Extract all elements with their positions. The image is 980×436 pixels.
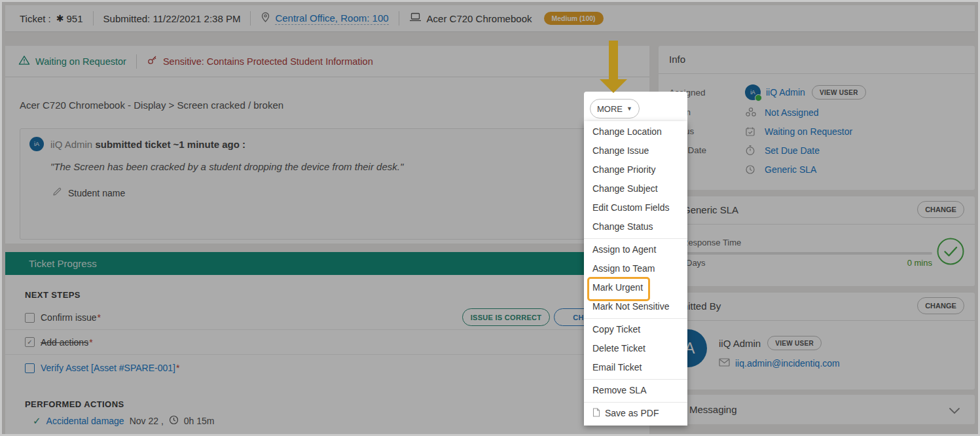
- divider: [399, 11, 399, 26]
- sla-elapsed-value: 0 mins: [669, 258, 932, 268]
- menu-item-change-status[interactable]: Change Status: [584, 217, 687, 236]
- verify-asset-link[interactable]: Verify Asset [Asset #SPARE-001]: [41, 363, 175, 373]
- info-header: Info: [659, 46, 975, 74]
- info-row-status: Status Waiting on Requestor: [659, 122, 975, 141]
- menu-item-mark-not-sensitive[interactable]: Mark Not Sensitive: [584, 297, 687, 316]
- location-pin-icon: [261, 12, 270, 26]
- response-time-label: Response Time: [682, 238, 741, 247]
- next-steps-label: NEXT STEPS: [25, 290, 81, 300]
- pencil-icon: [52, 187, 62, 199]
- divider: [93, 11, 94, 26]
- sla-panel: Generic SLA CHANGE Response Time Days 0 …: [659, 196, 975, 286]
- messaging-title: Messaging: [689, 395, 737, 424]
- laptop-icon: [409, 12, 422, 25]
- menu-group-export: Save as PDF: [584, 402, 687, 425]
- more-dropdown-menu: Change Location Change Issue Change Prio…: [584, 121, 687, 426]
- team-icon: [745, 107, 765, 118]
- ticket-description: "The Screen has been cracked by a studen…: [50, 161, 403, 172]
- caret-down-icon: ▼: [626, 105, 632, 112]
- menu-item-change-issue[interactable]: Change Issue: [584, 141, 687, 160]
- avatar-initials: iA: [750, 89, 755, 96]
- chevron-down-icon[interactable]: [949, 405, 960, 417]
- submitter-name: iiQ Admin: [719, 338, 761, 349]
- menu-item-change-location[interactable]: Change Location: [584, 122, 687, 141]
- submitted-by-panel: Submitted By CHANGE iA iiQ Admin VIEW US…: [659, 293, 975, 390]
- ticket-progress-header: Ticket Progress: [5, 252, 649, 275]
- divider: [250, 11, 251, 26]
- performed-action-link[interactable]: Accidental damage: [46, 416, 124, 426]
- issue-is-correct-button[interactable]: ISSUE IS CORRECT: [462, 308, 550, 326]
- menu-item-copy-ticket[interactable]: Copy Ticket: [584, 320, 687, 339]
- messaging-panel[interactable]: Messaging: [659, 395, 975, 424]
- step-label: Confirm issue: [41, 312, 97, 323]
- menu-item-assign-to-agent[interactable]: Assign to Agent: [584, 240, 687, 259]
- check-icon: ✓: [33, 415, 41, 427]
- attachment-row[interactable]: Student name: [52, 187, 125, 199]
- info-row-assigned: Assigned iA iiQ Admin VIEW USER: [659, 82, 975, 103]
- ticket-header-bar: Ticket : ✱ 951 Submitted: 11/22/2021 2:3…: [5, 5, 975, 32]
- sla-panel-title: Generic SLA: [683, 196, 738, 224]
- menu-item-assign-to-team[interactable]: Assign to Team: [584, 259, 687, 278]
- sensitive-text: Sensitive: Contains Protected Student In…: [163, 56, 373, 67]
- required-marker: *: [98, 312, 101, 323]
- menu-item-label: Save as PDF: [605, 408, 659, 418]
- menu-item-change-subject[interactable]: Change Subject: [584, 179, 687, 198]
- status-banner: Waiting on Requestor Sensitive: Contains…: [5, 46, 649, 77]
- performed-action-duration: 0h 15m: [184, 416, 215, 426]
- step-label: Add actions: [41, 337, 88, 348]
- pdf-file-icon: [592, 409, 600, 419]
- sla-change-button[interactable]: CHANGE: [917, 201, 964, 218]
- more-button-spotlight: MORE ▼: [584, 92, 687, 121]
- info-panel: Info Assigned iA iiQ Admin VIEW USER Tea…: [659, 46, 975, 190]
- menu-item-email-ticket[interactable]: Email Ticket: [584, 358, 687, 377]
- checkbox-confirm-issue[interactable]: [25, 313, 35, 323]
- performed-action-row: ✓ Accidental damage Nov 22 , 0h 15m: [5, 415, 215, 427]
- ticket-summary-card: Acer C720 Chromebook - Display > Screen …: [5, 77, 649, 244]
- more-button[interactable]: MORE ▼: [590, 99, 640, 118]
- submission-action: submitted ticket ~1 minute ago :: [95, 139, 245, 150]
- warning-triangle-icon: [18, 55, 30, 68]
- menu-item-remove-sla[interactable]: Remove SLA: [584, 381, 687, 400]
- submitted-timestamp: Submitted: 11/22/2021 2:38 PM: [103, 13, 241, 24]
- performed-actions-label: PERFORMED ACTIONS: [25, 399, 124, 409]
- location-link[interactable]: Central Office, Room: 100: [275, 12, 388, 25]
- ticket-label: Ticket :: [20, 13, 51, 24]
- status-link[interactable]: Waiting on Requestor: [765, 126, 852, 137]
- ticket-description-box: iA iiQ Admin submitted ticket ~1 minute …: [20, 128, 627, 240]
- check-glyph: ✓: [27, 338, 32, 346]
- view-user-button[interactable]: VIEW USER: [767, 336, 822, 350]
- due-date-link[interactable]: Set Due Date: [765, 145, 820, 156]
- info-row-due-date: Due Date Set Due Date: [659, 141, 975, 160]
- step-verify-asset: Verify Asset [Asset #SPARE-001] *: [5, 355, 649, 381]
- device-name: Acer C720 Chromebook: [427, 13, 532, 24]
- team-link[interactable]: Not Assigned: [765, 107, 819, 118]
- menu-item-edit-custom-fields[interactable]: Edit Custom Fields: [584, 198, 687, 217]
- assigned-user-link[interactable]: iiQ Admin: [766, 87, 805, 98]
- checkbox-add-actions[interactable]: ✓: [25, 337, 35, 347]
- view-user-button[interactable]: VIEW USER: [812, 85, 866, 100]
- checkbox-verify-asset[interactable]: [25, 363, 35, 373]
- ticket-progress-panel: Ticket Progress NEXT STEPS Confirm issue…: [5, 252, 649, 436]
- ticket-icon: ✱: [56, 14, 64, 23]
- menu-item-delete-ticket[interactable]: Delete Ticket: [584, 339, 687, 358]
- priority-badge: Medium (100): [544, 12, 604, 25]
- menu-item-change-priority[interactable]: Change Priority: [584, 160, 687, 179]
- menu-group-assign: Assign to Agent Assign to Team Mark Urge…: [584, 238, 687, 318]
- required-marker: *: [89, 337, 92, 348]
- info-row-sla: SLA Generic SLA: [659, 160, 975, 179]
- sla-met-check-icon: [936, 237, 965, 268]
- ticket-number: 951: [67, 13, 83, 24]
- submitter-email-link[interactable]: iiq.admin@incidentiq.com: [735, 358, 840, 369]
- sla-link[interactable]: Generic SLA: [765, 164, 816, 175]
- menu-item-mark-urgent[interactable]: Mark Urgent: [584, 278, 687, 297]
- more-button-label: MORE: [597, 104, 623, 114]
- menu-item-save-as-pdf[interactable]: Save as PDF: [584, 404, 687, 423]
- info-row-team: Team Not Assigned: [659, 103, 975, 122]
- step-confirm-issue: Confirm issue * ISSUE IS CORRECT CHANGE …: [5, 306, 649, 330]
- ticket-title: Acer C720 Chromebook - Display > Screen …: [20, 100, 283, 111]
- clock-icon: [169, 415, 179, 427]
- online-status-dot: [755, 94, 762, 101]
- avatar: iA: [745, 84, 761, 100]
- performed-action-date: Nov 22 ,: [130, 416, 164, 426]
- submitted-by-change-button[interactable]: CHANGE: [917, 297, 964, 314]
